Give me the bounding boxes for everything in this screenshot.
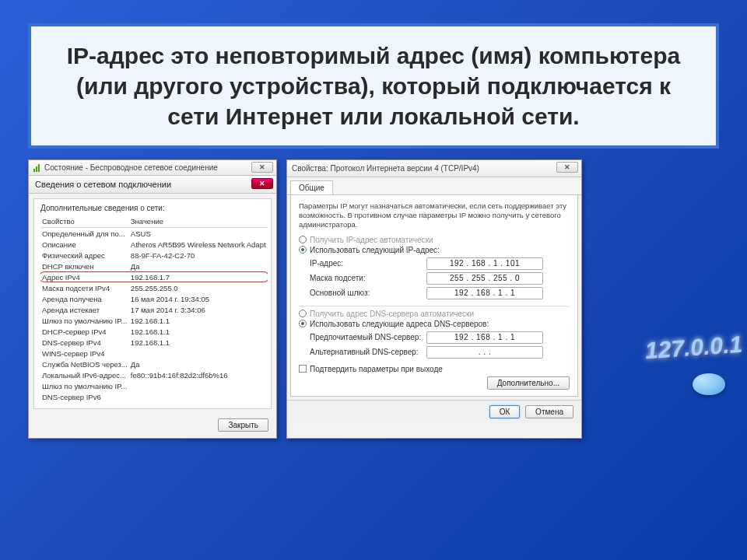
property-value: fe80::91b4:16f:82d2:df6b%16	[129, 369, 268, 380]
table-row: Локальный IPv6-адрес...fe80::91b4:16f:82…	[40, 369, 268, 380]
ok-button[interactable]: ОК	[489, 405, 521, 418]
ipv4-titlebar[interactable]: Свойства: Протокол Интернета версии 4 (T…	[287, 160, 581, 177]
table-row: Шлюз по умолчанию IP...	[40, 380, 268, 391]
ipv4-title-text: Свойства: Протокол Интернета версии 4 (T…	[292, 164, 479, 173]
table-row: DNS-сервер IPv6	[40, 391, 268, 402]
status-window: Состояние - Беспроводное сетевое соедине…	[28, 159, 277, 439]
ipv4-close-icon[interactable]: ✕	[556, 162, 578, 173]
subnet-mask-input[interactable]: 255 . 255 . 255 . 0	[426, 272, 543, 285]
property-name: Описание	[40, 239, 129, 250]
property-name: Маска подсети IPv4	[40, 282, 129, 293]
property-value: 16 мая 2014 г. 19:34:05	[129, 293, 268, 304]
outer-close-icon[interactable]: ✕	[251, 162, 273, 173]
property-name: Аренда получена	[40, 293, 129, 304]
property-name: Локальный IPv6-адрес...	[40, 369, 129, 380]
table-row: Определенный для по...ASUS	[40, 228, 268, 240]
table-row: DHCP включенДа	[40, 261, 268, 271]
radio-icon	[299, 320, 307, 327]
property-value: 192.168.1.1	[129, 315, 268, 326]
gateway-input[interactable]: 192 . 168 . 1 . 1	[426, 287, 543, 299]
radio-icon	[299, 310, 307, 317]
col-property: Свойство	[40, 215, 129, 228]
property-name: WINS-сервер IPv4	[40, 348, 129, 359]
ip-field-group: IP-адрес: 192 . 168 . 1 . 101 Маска подс…	[310, 257, 570, 299]
tab-body: Параметры IP могут назначаться автоматич…	[290, 195, 578, 397]
tab-general[interactable]: Общие	[290, 180, 333, 194]
cancel-button[interactable]: Отмена	[525, 405, 573, 418]
property-value: 192.168.1.1	[129, 326, 268, 337]
property-value	[129, 348, 268, 359]
outer-title-text: Состояние - Беспроводное сетевое соедине…	[44, 163, 218, 172]
table-row: DHCP-сервер IPv4192.168.1.1	[40, 326, 268, 337]
inner-close-icon[interactable]: ✕	[251, 178, 273, 189]
dns1-label: Предпочитаемый DNS-сервер:	[310, 333, 426, 341]
property-name: Аренда истекает	[40, 304, 129, 315]
radio-icon	[299, 246, 307, 254]
property-value: 255.255.255.0	[129, 282, 268, 293]
advanced-button[interactable]: Дополнительно...	[487, 376, 570, 390]
validate-checkbox-row[interactable]: Подтвердить параметры при выходе	[299, 365, 570, 373]
table-row: Аренда истекает17 мая 2014 г. 3:34:06	[40, 304, 268, 315]
table-row: Маска подсети IPv4255.255.255.0	[40, 282, 268, 293]
property-name: DNS-сервер IPv6	[40, 391, 129, 402]
table-row: Шлюз по умолчанию IP...192.168.1.1	[40, 315, 268, 326]
property-value: 192.168.1.1	[129, 337, 268, 348]
property-name: DHCP-сервер IPv4	[40, 326, 129, 337]
details-label: Дополнительные сведения о сети:	[40, 204, 265, 212]
ip-address-input[interactable]: 192 . 168 . 1 . 101	[426, 257, 543, 270]
dns-field-group: Предпочитаемый DNS-сервер: 192 . 168 . 1…	[310, 331, 570, 359]
wifi-signal-icon	[33, 164, 41, 172]
page-title: IP-адрес это неповторимый адрес (имя) ко…	[50, 40, 697, 131]
property-name: Физический адрес	[40, 250, 129, 261]
ipv4-properties-window: Свойства: Протокол Интернета версии 4 (T…	[286, 159, 582, 439]
property-name: Служба NetBIOS через...	[40, 359, 129, 369]
inner-titlebar[interactable]: Сведения о сетевом подключении ✕	[29, 176, 276, 194]
col-value: Значение	[129, 215, 268, 228]
dns2-label: Альтернативный DNS-сервер:	[310, 348, 426, 356]
ip-address-label: IP-адрес:	[310, 259, 426, 268]
radio-icon	[299, 236, 307, 243]
gateway-label: Основной шлюз:	[310, 289, 426, 297]
property-name: DHCP включен	[40, 261, 129, 271]
property-name: DNS-сервер IPv4	[40, 337, 129, 348]
property-value	[129, 380, 268, 391]
radio-manual-ip[interactable]: Использовать следующий IP-адрес:	[299, 246, 570, 254]
table-row: WINS-сервер IPv4	[40, 348, 268, 359]
table-row: DNS-сервер IPv4192.168.1.1	[40, 337, 268, 348]
tab-bar: Общие	[287, 177, 581, 195]
property-name: Определенный для по...	[40, 228, 129, 240]
dns1-input[interactable]: 192 . 168 . 1 . 1	[426, 331, 543, 344]
title-banner: IP-адрес это неповторимый адрес (имя) ко…	[28, 23, 719, 149]
radio-auto-ip[interactable]: Получить IP-адрес автоматически	[299, 236, 570, 244]
property-value: ASUS	[129, 228, 268, 240]
table-row: Служба NetBIOS через...Да	[40, 359, 268, 369]
outer-titlebar[interactable]: Состояние - Беспроводное сетевое соедине…	[29, 160, 276, 176]
checkbox-icon	[299, 365, 307, 373]
radio-auto-dns: Получить адрес DNS-сервера автоматически	[299, 310, 570, 318]
property-value: 17 мая 2014 г. 3:34:06	[129, 304, 268, 315]
property-value: 88-9F-FA-42-C2-70	[129, 250, 268, 261]
property-name: Шлюз по умолчанию IP...	[40, 380, 129, 391]
description-text: Параметры IP могут назначаться автоматич…	[299, 201, 570, 229]
dns2-input[interactable]: . . .	[426, 346, 543, 359]
property-value: Да	[129, 261, 268, 271]
subnet-mask-label: Маска подсети:	[310, 274, 426, 282]
radio-manual-dns[interactable]: Использовать следующие адреса DNS-сервер…	[299, 320, 570, 328]
table-row: Адрес IPv4192.168.1.7	[40, 271, 268, 282]
separator	[299, 306, 570, 306]
close-button[interactable]: Закрыть	[218, 418, 268, 432]
inner-title-text: Сведения о сетевом подключении	[35, 180, 171, 189]
property-value: Да	[129, 359, 268, 369]
property-name: Адрес IPv4	[40, 271, 129, 282]
dialog-footer: ОК Отмена	[287, 400, 581, 423]
table-row: Физический адрес88-9F-FA-42-C2-70	[40, 250, 268, 261]
details-panel: Дополнительные сведения о сети: Свойство…	[33, 198, 272, 409]
properties-table: Свойство Значение Определенный для по...…	[40, 215, 268, 402]
table-row: Аренда получена16 мая 2014 г. 19:34:05	[40, 293, 268, 304]
property-value	[129, 391, 268, 402]
table-row: ОписаниеAtheros AR5B95 Wireless Network …	[40, 239, 268, 250]
property-name: Шлюз по умолчанию IP...	[40, 315, 129, 326]
property-value: Atheros AR5B95 Wireless Network Adapt	[129, 239, 268, 250]
property-value: 192.168.1.7	[129, 271, 268, 282]
